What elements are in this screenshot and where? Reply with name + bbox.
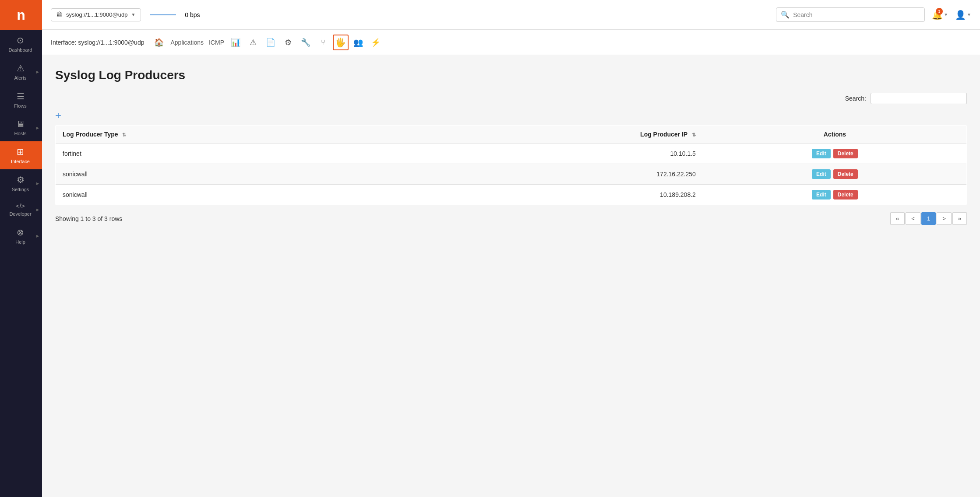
delete-button[interactable]: Delete (833, 169, 858, 179)
chevron-down-icon: ▼ (131, 12, 135, 17)
flash-icon[interactable]: ⚡ (368, 35, 384, 50)
cell-ip: 10.10.1.5 (397, 144, 703, 164)
sidebar-item-label: Interface (11, 159, 30, 164)
icmp-nav[interactable]: ICMP (207, 39, 226, 46)
notifications-button[interactable]: 🔔 3 ▼ (932, 10, 948, 20)
sidebar-item-label: Flows (14, 103, 27, 108)
app-logo: n (0, 0, 42, 30)
delete-button[interactable]: Delete (833, 149, 858, 158)
cell-actions: Edit Delete (703, 164, 966, 185)
col-header-type[interactable]: Log Producer Type ⇅ (56, 126, 397, 144)
sidebar-item-hosts[interactable]: 🖥 Hosts ▶ (0, 114, 42, 141)
bps-value: 0 bps (185, 11, 200, 18)
col-header-ip[interactable]: Log Producer IP ⇅ (397, 126, 703, 144)
table-search-input[interactable] (871, 93, 967, 104)
notification-badge: 3 (936, 8, 943, 15)
action-buttons: Edit Delete (710, 169, 959, 179)
settings-icon: ⚙ (17, 175, 25, 185)
dashboard-icon: ⊙ (17, 35, 24, 46)
add-button[interactable]: + (55, 109, 61, 122)
pagination-last[interactable]: » (952, 212, 967, 225)
gear-nav-icon[interactable]: ⚙ (280, 35, 296, 50)
sidebar-item-label: Developer (9, 211, 31, 217)
page-content: Syslog Log Producers Search: + Log Produ… (42, 55, 980, 497)
sidebar-item-label: Alerts (14, 75, 26, 80)
pagination-prev[interactable]: < (906, 212, 920, 225)
edit-button[interactable]: Edit (812, 169, 831, 179)
action-buttons: Edit Delete (710, 190, 959, 200)
sort-icon-type: ⇅ (122, 132, 126, 137)
interface-icon: ⊞ (17, 147, 24, 157)
sidebar-item-help[interactable]: ⊗ Help ▶ (0, 222, 42, 250)
main-content: 🏛 syslog://1...1:9000@udp ▼ 0 bps 🔍 🔔 3 … (42, 0, 980, 497)
document-icon[interactable]: 📄 (263, 35, 278, 50)
table-footer: Showing 1 to 3 of 3 rows « < 1 > » (55, 212, 967, 225)
delete-button[interactable]: Delete (833, 190, 858, 200)
pagination-current[interactable]: 1 (921, 212, 936, 225)
pagination: « < 1 > » (890, 212, 967, 225)
help-icon: ⊗ (17, 227, 24, 238)
cell-type: sonicwall (56, 164, 397, 185)
sidebar-item-dashboard[interactable]: ⊙ Dashboard (0, 30, 42, 58)
sidebar-item-label: Settings (12, 187, 29, 192)
chart-icon[interactable]: 📊 (228, 35, 243, 50)
branch-icon[interactable]: ⑂ (315, 35, 331, 50)
cell-type: sonicwall (56, 185, 397, 205)
action-buttons: Edit Delete (710, 149, 959, 158)
table-row: sonicwall 172.16.22.250 Edit Delete (56, 164, 967, 185)
home-icon[interactable]: 🏠 (151, 35, 167, 50)
cell-actions: Edit Delete (703, 144, 966, 164)
wrench-icon[interactable]: 🔧 (298, 35, 314, 50)
sidebar-item-settings[interactable]: ⚙ Settings ▶ (0, 169, 42, 197)
sidebar-item-label: Dashboard (9, 47, 32, 52)
table-row: fortinet 10.10.1.5 Edit Delete (56, 144, 967, 164)
breadcrumb: Interface: syslog://1...1:9000@udp (51, 39, 144, 46)
logproducers-icon[interactable]: 🖐 (333, 35, 349, 50)
edit-button[interactable]: Edit (812, 149, 831, 158)
source-icon: 🏛 (56, 11, 63, 18)
topbar: 🏛 syslog://1...1:9000@udp ▼ 0 bps 🔍 🔔 3 … (42, 0, 980, 30)
chevron-icon: ▶ (36, 208, 39, 212)
chevron-icon: ▶ (36, 182, 39, 186)
notif-chevron: ▼ (944, 12, 948, 17)
sidebar-item-alerts[interactable]: ⚠ Alerts ▶ (0, 58, 42, 86)
pagination-first[interactable]: « (890, 212, 905, 225)
search-icon: 🔍 (781, 10, 790, 19)
chevron-icon: ▶ (36, 126, 39, 130)
sidebar: n ⊙ Dashboard ⚠ Alerts ▶ ☰ Flows 🖥 Hosts… (0, 0, 42, 497)
flows-icon: ☰ (17, 91, 25, 102)
sidebar-item-label: Hosts (14, 131, 26, 136)
log-producers-table: Log Producer Type ⇅ Log Producer IP ⇅ Ac… (55, 125, 967, 205)
developer-icon: </> (16, 203, 25, 210)
bps-line (150, 14, 176, 15)
pagination-next[interactable]: > (937, 212, 952, 225)
page-title: Syslog Log Producers (55, 68, 967, 82)
hosts-icon: 🖥 (16, 119, 25, 129)
source-label: syslog://1...1:9000@udp (66, 11, 127, 18)
applications-nav[interactable]: Applications (169, 39, 205, 46)
showing-text: Showing 1 to 3 of 3 rows (55, 215, 122, 222)
sidebar-item-developer[interactable]: </> Developer ▶ (0, 197, 42, 222)
user-menu-button[interactable]: 👤 ▼ (955, 10, 971, 20)
source-selector[interactable]: 🏛 syslog://1...1:9000@udp ▼ (51, 8, 141, 21)
group-icon[interactable]: 👥 (350, 35, 366, 50)
cell-ip: 172.16.22.250 (397, 164, 703, 185)
col-header-actions: Actions (703, 126, 966, 144)
sidebar-item-flows[interactable]: ☰ Flows (0, 86, 42, 114)
user-chevron: ▼ (967, 12, 971, 17)
search-input[interactable] (793, 11, 920, 18)
alert-nav-icon[interactable]: ⚠ (245, 35, 261, 50)
sidebar-item-interface[interactable]: ⊞ Interface (0, 141, 42, 169)
cell-actions: Edit Delete (703, 185, 966, 205)
chevron-icon: ▶ (36, 234, 39, 238)
alerts-icon: ⚠ (17, 63, 25, 74)
nav-icons: 🏠 Applications ICMP 📊 ⚠ 📄 ⚙ 🔧 ⑂ 🖐 👥 ⚡ (151, 35, 384, 50)
global-search-box[interactable]: 🔍 (776, 7, 925, 22)
chevron-icon: ▶ (36, 70, 39, 74)
table-row: sonicwall 10.189.208.2 Edit Delete (56, 185, 967, 205)
cell-type: fortinet (56, 144, 397, 164)
edit-button[interactable]: Edit (812, 190, 831, 200)
sort-icon-ip: ⇅ (692, 132, 696, 137)
table-search-label: Search: (845, 95, 866, 102)
sidebar-item-label: Help (15, 239, 25, 245)
